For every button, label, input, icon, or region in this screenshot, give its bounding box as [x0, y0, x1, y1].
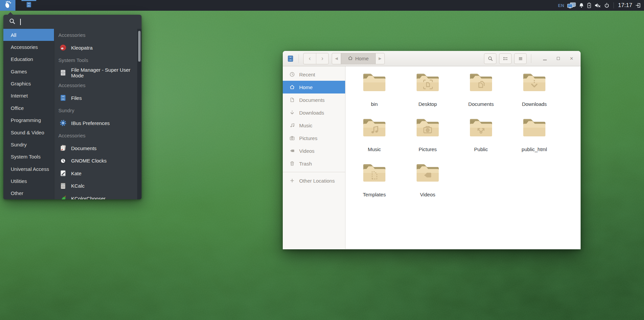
path-label: Home — [355, 56, 369, 61]
app-item-label: Files — [71, 95, 82, 101]
folder-music[interactable]: Music — [354, 116, 394, 156]
maximize-button[interactable] — [554, 54, 562, 63]
app-item-files[interactable]: Files — [54, 92, 137, 105]
sidebar-item-label: Documents — [299, 97, 325, 103]
folder-templates[interactable]: Templates — [354, 161, 394, 201]
path-left-arrow-button[interactable]: ◀ — [332, 53, 341, 64]
app-item-kleopatra[interactable]: Kleopatra — [54, 42, 137, 54]
history-nav-group: ‹ › — [303, 53, 329, 64]
forward-button[interactable]: › — [316, 53, 328, 64]
path-home-button[interactable]: Home — [341, 53, 376, 64]
document-icon — [289, 97, 295, 103]
folder-pictures[interactable]: Pictures — [408, 116, 448, 156]
sidebar-item-recent[interactable]: Recent — [283, 68, 345, 81]
sidebar-item-pictures[interactable]: Pictures — [283, 132, 345, 144]
network-icon[interactable] — [567, 2, 576, 9]
folder-icon — [521, 116, 547, 146]
sidebar-item-trash[interactable]: Trash — [283, 157, 345, 170]
minimize-button[interactable] — [540, 54, 549, 63]
category-accessories[interactable]: Accessories — [3, 41, 54, 53]
category-graphics[interactable]: Graphics — [3, 77, 54, 89]
sidebar-item-downloads[interactable]: Downloads — [283, 106, 345, 119]
app-item-label: Documents — [71, 145, 97, 151]
music-icon — [289, 123, 295, 128]
volume-muted-icon[interactable] — [594, 3, 601, 8]
app-item-kate[interactable]: Kate — [54, 167, 137, 180]
gnome-clocks-icon — [59, 157, 67, 165]
back-button[interactable]: ‹ — [304, 53, 316, 64]
app-item-label: File Manager - Super User Mode — [71, 67, 137, 78]
sidebar-item-label: Home — [299, 84, 313, 90]
category-all[interactable]: All — [3, 29, 54, 41]
sidebar-item-label: Recent — [299, 72, 315, 77]
category-utilities[interactable]: Utilities — [3, 175, 54, 187]
folder-desktop[interactable]: Desktop — [408, 70, 448, 111]
files-app-icon — [287, 55, 294, 62]
app-item-kcalc[interactable]: KCalc — [54, 180, 137, 192]
folder-icon — [415, 70, 441, 101]
documents-app-icon — [59, 144, 67, 152]
scrollbar-thumb[interactable] — [138, 31, 141, 62]
folder-public-html[interactable]: public_html — [514, 116, 554, 156]
app-item-gnome-clocks[interactable]: GNOME Clocks — [54, 154, 137, 167]
keyboard-layout-indicator[interactable]: EN — [558, 3, 564, 8]
view-toggle-button[interactable] — [499, 53, 512, 64]
scrollbar-track[interactable] — [137, 29, 142, 199]
files-cabinet-icon — [25, 1, 32, 9]
app-section-header: Accessories — [54, 79, 137, 92]
home-icon — [289, 84, 295, 90]
folder-documents[interactable]: Documents — [461, 70, 501, 111]
close-button[interactable]: × — [567, 54, 576, 63]
sidebar-item-documents[interactable]: Documents — [283, 93, 345, 106]
category-education[interactable]: Education — [3, 53, 54, 65]
download-icon — [289, 110, 295, 115]
battery-icon[interactable] — [587, 2, 591, 8]
folder-bin[interactable]: bin — [354, 70, 394, 111]
app-item-documents[interactable]: Documents — [54, 142, 137, 155]
app-item-ibus-preferences[interactable]: IBus Preferences — [54, 117, 137, 130]
trash-icon — [289, 161, 295, 166]
hamburger-menu-button[interactable] — [514, 53, 527, 64]
sidebar-item-other-locations[interactable]: Other Locations — [283, 174, 345, 187]
headerbar: ‹ › ◀ Home ▶ — [283, 51, 581, 66]
category-games[interactable]: Games — [3, 65, 54, 77]
notifications-bell-icon[interactable] — [579, 3, 584, 8]
app-item-label: Kate — [71, 171, 82, 176]
home-icon — [348, 56, 353, 62]
category-internet[interactable]: Internet — [3, 90, 54, 102]
sidebar-item-label: Videos — [299, 148, 315, 154]
category-office[interactable]: Office — [3, 102, 54, 114]
folder-icon — [415, 161, 441, 192]
app-search-input[interactable] — [21, 15, 142, 29]
folder-public[interactable]: Public — [461, 116, 501, 156]
folder-downloads[interactable]: Downloads — [514, 70, 554, 111]
window-list-button-files[interactable] — [20, 0, 38, 11]
folder-label: Videos — [420, 192, 435, 197]
app-item-file-manager-super-user-mode[interactable]: File Manager - Super User Mode — [54, 67, 137, 79]
video-icon — [289, 148, 295, 153]
power-icon[interactable] — [604, 3, 609, 8]
close-icon: × — [570, 56, 573, 61]
applications-button[interactable] — [0, 0, 15, 11]
search-button[interactable] — [484, 53, 496, 64]
folder-label: Music — [368, 146, 381, 152]
app-item-kcolorchooser[interactable]: KColorChooser — [54, 192, 137, 200]
tray-separator — [613, 2, 614, 8]
sidebar-item-music[interactable]: Music — [283, 119, 345, 132]
category-sundry[interactable]: Sundry — [3, 138, 54, 150]
path-right-arrow-button[interactable]: ▶ — [376, 53, 384, 64]
clock[interactable]: 17:17 — [618, 2, 632, 9]
sidebar-item-home[interactable]: Home — [283, 81, 345, 93]
category-sound-video[interactable]: Sound & Video — [3, 126, 54, 138]
folder-videos[interactable]: Videos — [408, 161, 448, 201]
top-panel: EN — [0, 0, 644, 11]
logout-icon[interactable] — [635, 3, 641, 8]
category-system-tools[interactable]: System Tools — [3, 151, 54, 163]
sidebar-item-videos[interactable]: Videos — [283, 144, 345, 157]
category-programming[interactable]: Programming — [3, 114, 54, 126]
folder-label: bin — [371, 101, 378, 107]
window-controls-separator — [531, 54, 531, 63]
folder-label: Documents — [468, 101, 494, 107]
category-universal-access[interactable]: Universal Access — [3, 163, 54, 175]
category-other[interactable]: Other — [3, 187, 54, 199]
